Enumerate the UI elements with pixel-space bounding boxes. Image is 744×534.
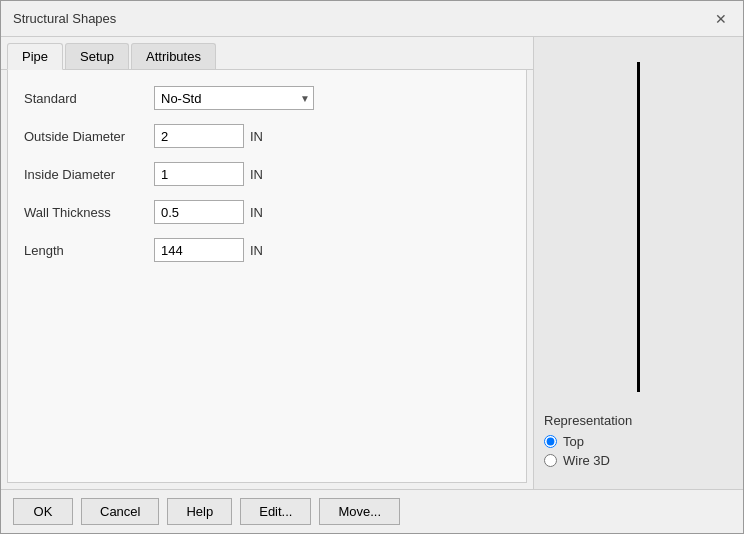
representation-label: Representation	[544, 413, 733, 428]
wall-thickness-input[interactable]	[154, 200, 244, 224]
radio-top-label[interactable]: Top	[563, 434, 584, 449]
right-panel: Representation Top Wire 3D	[533, 37, 743, 489]
tab-attributes[interactable]: Attributes	[131, 43, 216, 69]
tab-setup[interactable]: Setup	[65, 43, 129, 69]
tab-pipe[interactable]: Pipe	[7, 43, 63, 70]
standard-dropdown-wrapper: No-Std ▼	[154, 86, 314, 110]
left-panel: Pipe Setup Attributes Standard No-Std ▼	[1, 37, 533, 489]
outside-diameter-row: Outside Diameter IN	[24, 124, 510, 148]
inside-diameter-unit: IN	[250, 167, 263, 182]
move-button[interactable]: Move...	[319, 498, 400, 525]
wall-thickness-row: Wall Thickness IN	[24, 200, 510, 224]
length-input[interactable]	[154, 238, 244, 262]
title-bar: Structural Shapes ✕	[1, 1, 743, 37]
outside-diameter-label: Outside Diameter	[24, 129, 154, 144]
preview-area	[549, 47, 729, 407]
inside-diameter-row: Inside Diameter IN	[24, 162, 510, 186]
length-row: Length IN	[24, 238, 510, 262]
tab-content-pipe: Standard No-Std ▼ Outside Diameter IN	[7, 70, 527, 483]
radio-wire3d[interactable]	[544, 454, 557, 467]
radio-wire3d-label[interactable]: Wire 3D	[563, 453, 610, 468]
representation-section: Representation Top Wire 3D	[544, 413, 733, 472]
radio-top[interactable]	[544, 435, 557, 448]
standard-row: Standard No-Std ▼	[24, 86, 510, 110]
ok-button[interactable]: OK	[13, 498, 73, 525]
close-button[interactable]: ✕	[711, 9, 731, 29]
wall-thickness-label: Wall Thickness	[24, 205, 154, 220]
wall-thickness-unit: IN	[250, 205, 263, 220]
outside-diameter-input[interactable]	[154, 124, 244, 148]
tab-bar: Pipe Setup Attributes	[1, 37, 533, 70]
edit-button[interactable]: Edit...	[240, 498, 311, 525]
footer: OK Cancel Help Edit... Move...	[1, 489, 743, 533]
inside-diameter-label: Inside Diameter	[24, 167, 154, 182]
structural-shapes-dialog: Structural Shapes ✕ Pipe Setup Attribute…	[0, 0, 744, 534]
length-label: Length	[24, 243, 154, 258]
length-unit: IN	[250, 243, 263, 258]
standard-label: Standard	[24, 91, 154, 106]
dialog-body: Pipe Setup Attributes Standard No-Std ▼	[1, 37, 743, 489]
radio-wire3d-row: Wire 3D	[544, 453, 733, 468]
help-button[interactable]: Help	[167, 498, 232, 525]
dialog-title: Structural Shapes	[13, 11, 116, 26]
pipe-preview-line	[637, 62, 640, 392]
cancel-button[interactable]: Cancel	[81, 498, 159, 525]
outside-diameter-unit: IN	[250, 129, 263, 144]
radio-top-row: Top	[544, 434, 733, 449]
inside-diameter-input[interactable]	[154, 162, 244, 186]
standard-select[interactable]: No-Std	[154, 86, 314, 110]
